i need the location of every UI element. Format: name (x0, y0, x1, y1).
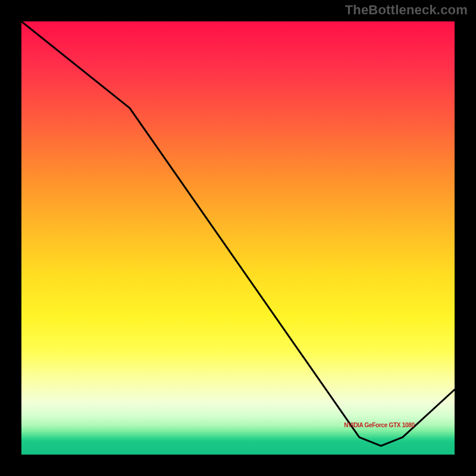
watermark-text: TheBottleneck.com (345, 2, 468, 18)
gpu-annotation: NVIDIA GeForce GTX 1080 (344, 422, 414, 428)
bottleneck-line (21, 21, 455, 455)
chart-container: TheBottleneck.com NVIDIA GeForce GTX 108… (0, 0, 476, 476)
plot-area: NVIDIA GeForce GTX 1080 (18, 18, 458, 458)
